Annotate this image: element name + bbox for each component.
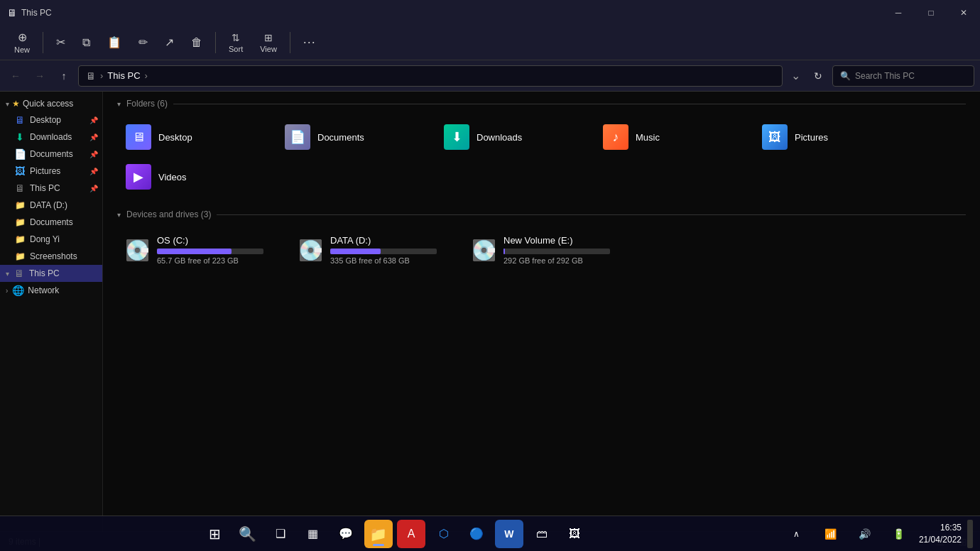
sidebar-documents-label: Documents [30,149,73,159]
title-bar: 🖥 This PC ─ □ ✕ [0,0,980,25]
sidebar-item-thispc[interactable]: ▾ 🖥 This PC [0,265,102,282]
quick-access-label: Quick access [23,99,73,109]
sidebar-network-label: Network [28,285,59,295]
documents-folder-icon: 📄 [283,123,312,151]
system-tray-expand[interactable]: ∧ [783,520,811,548]
network-icon: 🌐 [12,285,23,296]
widgets-button[interactable]: ▦ [299,520,327,548]
word-button[interactable]: W [495,520,523,548]
drive-d-name: DATA (D:) [330,235,454,246]
sidebar-desktop-label: Desktop [30,115,61,125]
folder-documents[interactable]: 📄 Documents [276,119,432,156]
pin-icon5: 📌 [89,185,98,192]
pictures-folder-icon: 🖼 [761,123,789,151]
drives-header-label: Devices and drives (3) [126,209,211,219]
sidebar-item-documents2[interactable]: 📁 Documents [0,214,102,231]
up-button[interactable]: ↑ [54,66,74,86]
forward-button[interactable]: → [30,66,50,86]
task-view-button[interactable]: ❑ [266,520,295,548]
view-button[interactable]: ⊞ View [253,29,284,56]
paste-icon: 📋 [107,36,121,49]
start-button[interactable]: ⊞ [201,520,229,548]
sidebar-item-network[interactable]: › 🌐 Network [0,282,102,299]
copy-button[interactable]: ⧉ [75,33,97,52]
taskbar: ⊞ 🔍 ❑ ▦ 💬 📁 A ⬡ 🔵 W 🗃 🖼 ∧ 📶 🔊 🔋 16:35 21… [0,515,980,551]
clock-date: 21/04/2022 [919,534,962,546]
maximize-button[interactable]: □ [915,0,947,25]
downloads-icon: ⬇ [14,131,26,143]
chrome-button[interactable]: 🔵 [462,520,491,548]
drive-c[interactable]: 💽 OS (C:) 65.7 GB free of 223 GB [117,229,288,271]
paste-button[interactable]: 📋 [100,33,129,52]
taskbar-right: ∧ 📶 🔊 🔋 16:35 21/04/2022 [783,520,973,548]
back-button[interactable]: ← [6,66,26,86]
desktop-icon: 🖥 [14,114,26,126]
quick-access-section[interactable]: ▾ ★ Quick access [0,96,102,111]
sidebar-item-dongyi[interactable]: 📁 Dong Yi [0,231,102,248]
screenshots-icon: 📁 [14,251,26,262]
chevron-right-icon: › [6,287,8,295]
sidebar-item-thispc-qa[interactable]: 🖥 This PC 📌 [0,180,102,197]
sidebar-item-data[interactable]: 📁 DATA (D:) [0,197,102,214]
sidebar-item-screenshots[interactable]: 📁 Screenshots [0,248,102,265]
pin-icon: 📌 [89,116,98,124]
edge-button[interactable]: ⬡ [430,520,458,548]
sidebar-item-downloads[interactable]: ⬇ Downloads 📌 [0,129,102,146]
close-button[interactable]: ✕ [947,0,980,25]
minimize-button[interactable]: ─ [882,0,915,25]
drive-d-bar-fill [330,249,381,254]
pictures-icon: 🖼 [14,165,26,177]
pin-icon4: 📌 [89,168,98,175]
pin-icon2: 📌 [89,133,98,141]
delete-button[interactable]: 🗑 [184,33,209,52]
folder-music[interactable]: ♪ Music [594,119,751,156]
downloads-folder-icon: ⬇ [442,123,471,151]
refresh-button[interactable]: ↻ [808,66,828,86]
view-icon: ⊞ [264,32,273,43]
toolbar: ⊕ New ✂ ⧉ 📋 ✏ ↗ 🗑 ⇅ Sort ⊞ View ··· [0,25,980,60]
cut-button[interactable]: ✂ [49,33,72,52]
search-box[interactable]: 🔍 Search This PC [832,65,974,87]
sidebar-item-documents[interactable]: 📄 Documents 📌 [0,146,102,163]
folder-videos[interactable]: ▶ Videos [117,158,273,195]
folders-section-header: ▾ Folders (6) [117,99,966,109]
teams-button[interactable]: 💬 [332,520,360,548]
file-explorer-button[interactable]: 📁 [364,520,393,548]
search-button[interactable]: 🔍 [234,520,262,548]
sort-button[interactable]: ⇅ Sort [222,29,250,56]
drive-c-bar-fill [157,249,232,254]
more-button[interactable]: ··· [296,32,323,53]
folder-downloads[interactable]: ⬇ Downloads [435,119,592,156]
sidebar-downloads-label: Downloads [30,132,72,142]
drive-c-info: OS (C:) 65.7 GB free of 223 GB [157,235,281,265]
network-icon-tray[interactable]: 📶 [817,520,845,548]
drive-d-icon: 💽 [298,237,323,263]
app2-button[interactable]: 🗃 [528,520,556,548]
sidebar-dongyi-label: Dong Yi [30,234,60,244]
sidebar: ▾ ★ Quick access 🖥 Desktop 📌 ⬇ Downloads… [0,92,103,531]
address-dropdown-button[interactable]: ⌄ [787,66,804,86]
address-box[interactable]: 🖥 › This PC › [78,65,783,87]
new-button[interactable]: ⊕ New [7,28,37,57]
sidebar-item-pictures[interactable]: 🖼 Pictures 📌 [0,163,102,180]
drive-e-name: New Volume (E:) [503,235,627,246]
show-desktop-button[interactable] [967,520,973,548]
more-icon: ··· [303,35,316,50]
folder-desktop[interactable]: 🖥 Desktop [117,119,273,156]
sound-icon-tray[interactable]: 🔊 [851,520,879,548]
folder-pictures[interactable]: 🖼 Pictures [753,119,910,156]
drives-arrow: ▾ [117,211,121,219]
rename-button[interactable]: ✏ [131,33,155,52]
sidebar-screenshots-label: Screenshots [30,251,77,261]
drive-e[interactable]: 💽 New Volume (E:) 292 GB free of 292 GB [464,229,634,271]
share-button[interactable]: ↗ [158,33,181,52]
drive-d[interactable]: 💽 DATA (D:) 335 GB free of 638 GB [290,229,461,271]
battery-icon-tray[interactable]: 🔋 [885,520,913,548]
sidebar-item-desktop[interactable]: 🖥 Desktop 📌 [0,111,102,129]
photos-button[interactable]: 🖼 [560,520,589,548]
clock-time: 16:35 [919,522,962,534]
app1-button[interactable]: A [397,520,425,548]
search-placeholder: Search This PC [855,71,915,81]
drive-e-bar-bg [503,249,610,254]
clock-display[interactable]: 16:35 21/04/2022 [919,522,962,546]
